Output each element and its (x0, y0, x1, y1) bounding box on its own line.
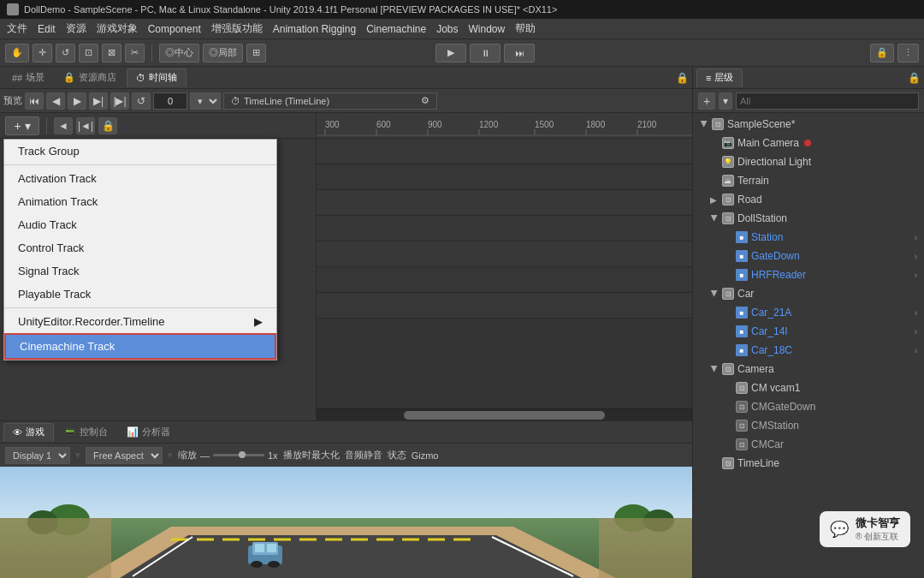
tree-camera-group[interactable]: ▶ ⊡ Camera (693, 360, 924, 378)
tab-hierarchy[interactable]: ≡ 层级 (696, 69, 743, 87)
gizmo-btn[interactable]: Gizmo (412, 450, 439, 461)
tl-start-btn[interactable]: ⏮ (25, 92, 44, 110)
expand-btn[interactable]: |◄| (76, 117, 95, 134)
menu-cinemachine[interactable]: Cinemachine (366, 23, 426, 35)
tree-car18c[interactable]: ■ Car_18C › (693, 341, 924, 360)
tl-end-btn[interactable]: |▶| (110, 92, 129, 110)
panel-lock-icon[interactable]: 🔒 (676, 72, 689, 84)
tree-timeline[interactable]: ⊡ TimeLine (693, 454, 924, 473)
tree-cmstation[interactable]: ⊡ CMStation (693, 416, 924, 435)
tree-directional-light[interactable]: 💡 Directional Light (693, 152, 924, 171)
maximize-btn[interactable]: 播放时最大化 (283, 449, 340, 462)
tool-scale[interactable]: ⊡ (79, 44, 98, 63)
add-track-button[interactable]: + ▾ (5, 116, 39, 135)
pivot-grid[interactable]: ⊞ (246, 44, 266, 63)
menu-jobs[interactable]: Jobs (436, 23, 458, 35)
step-button[interactable]: ⏭ (504, 44, 535, 63)
display-dropdown[interactable]: Display 1 (5, 447, 70, 464)
tree-hrfreader[interactable]: ■ HRFReader › (693, 265, 924, 284)
pivot-center[interactable]: ◎中心 (159, 44, 199, 63)
tool-rotate[interactable]: ↺ (56, 44, 75, 63)
tab-console[interactable]: 📟 控制台 (56, 423, 116, 442)
menu-cinemachine-track[interactable]: Cinemachine Track (4, 333, 276, 360)
terrain-label: Terrain (737, 175, 769, 187)
tree-cmcar[interactable]: ⊡ CMCar (693, 435, 924, 454)
pause-button[interactable]: ⏸ (470, 44, 500, 63)
zoom-slider-track[interactable] (213, 454, 264, 456)
play-button[interactable]: ▶ (435, 44, 466, 63)
menu-assets[interactable]: 资源 (66, 21, 86, 36)
menu-window[interactable]: Window (469, 23, 506, 35)
car18c-icon: ■ (736, 344, 748, 356)
mute-btn[interactable]: 音频静音 (345, 449, 382, 462)
menu-recorder-timeline[interactable]: UnityEditor.Recorder.Timeline ▶ (4, 310, 276, 333)
tl-loop-btn[interactable]: ↺ (132, 92, 151, 110)
account-button[interactable]: ⋮ (897, 44, 919, 63)
tree-station[interactable]: ■ Station › (693, 228, 924, 247)
menu-control-track[interactable]: Control Track (4, 236, 276, 259)
hierarchy-search-input[interactable] (736, 92, 919, 110)
add-hierarchy-btn[interactable]: + (698, 92, 715, 110)
lock-track-btn[interactable]: 🔒 (98, 117, 117, 134)
cmgatedown-label: CMGateDown (751, 401, 815, 413)
menu-signal-track[interactable]: Signal Track (4, 259, 276, 283)
timeline-settings-icon[interactable]: ⚙ (421, 95, 429, 106)
tree-cmvcam1[interactable]: ⊡ CM vcam1 (693, 378, 924, 397)
menu-track-group[interactable]: Track Group (4, 140, 276, 163)
tree-dollstation[interactable]: ▶ ⊡ DollStation (693, 209, 924, 228)
unity-logo-icon (7, 3, 19, 15)
tree-main-camera[interactable]: 📷 Main Camera (693, 134, 924, 152)
menu-activation-track[interactable]: Activation Track (4, 167, 276, 190)
menu-help[interactable]: 帮助 (515, 21, 536, 36)
tl-play-btn[interactable]: ▶ (68, 92, 86, 110)
tree-cmgatedown[interactable]: ⊡ CMGateDown (693, 397, 924, 416)
car14i-label: Car_14I (751, 325, 788, 337)
left-panel: ## 场景 🔒 资源商店 ⏱ 时间轴 🔒 预览 ⏮ ◀ ▶ ▶| |▶| ↺ (0, 67, 693, 578)
aspect-dropdown[interactable]: Free Aspect (86, 447, 163, 464)
watermark-sub-icon: ® (856, 532, 862, 541)
track-dropdown-menu: Track Group Activation Track Animation T… (3, 139, 277, 361)
tab-scene[interactable]: ## 场景 (3, 69, 53, 87)
menu-edit[interactable]: Edit (38, 23, 56, 35)
tree-gatedown[interactable]: ■ GateDown › (693, 247, 924, 265)
tree-terrain[interactable]: ⛰ Terrain (693, 171, 924, 190)
car14i-chevron: › (915, 327, 917, 337)
tool-rect[interactable]: ⊠ (102, 44, 121, 63)
track-right-row (317, 139, 692, 164)
tl-prev-btn[interactable]: ◀ (46, 92, 65, 110)
frame-rate-dropdown[interactable]: ▾ (190, 92, 221, 110)
tree-samplescene[interactable]: ▶ ⊡ SampleScene* (693, 115, 924, 134)
tab-game[interactable]: 👁 游戏 (3, 423, 54, 442)
tab-timeline[interactable]: ⏱ 时间轴 (127, 69, 187, 87)
pivot-local[interactable]: ◎局部 (203, 44, 243, 63)
tool-transform[interactable]: ✂ (125, 44, 145, 63)
tab-profiler[interactable]: 📊 分析器 (118, 423, 179, 442)
menu-animation-rigging[interactable]: Animation Rigging (273, 23, 356, 35)
tl-next-btn[interactable]: ▶| (89, 92, 108, 110)
menu-audio-track[interactable]: Audio Track (4, 213, 276, 236)
menu-gameobject[interactable]: 游戏对象 (97, 21, 138, 36)
menu-file[interactable]: 文件 (7, 21, 27, 36)
road-icon: ⊡ (722, 194, 734, 206)
tool-move[interactable]: ✛ (33, 44, 52, 63)
hierarchy-lock-icon[interactable]: 🔒 (908, 72, 921, 84)
timeline-scrollbar[interactable] (317, 408, 692, 420)
scrollbar-thumb[interactable] (404, 411, 605, 420)
tool-hand[interactable]: ✋ (5, 44, 29, 63)
menu-playable-track[interactable]: Playable Track (4, 283, 276, 306)
tree-road[interactable]: ▶ ⊡ Road (693, 190, 924, 209)
tab-asset-store[interactable]: 🔒 资源商店 (55, 69, 125, 87)
collapse-btn[interactable]: ◄ (54, 117, 73, 134)
collab-button[interactable]: 🔒 (870, 44, 894, 63)
menu-animation-track[interactable]: Animation Track (4, 190, 276, 213)
tree-car14i[interactable]: ■ Car_14I › (693, 322, 924, 341)
tree-car[interactable]: ▶ ⊡ Car (693, 284, 924, 303)
hierarchy-filter-btn[interactable]: ▾ (719, 92, 732, 110)
tree-car21a[interactable]: ■ Car_21A › (693, 303, 924, 322)
zoom-slider-thumb[interactable] (239, 451, 246, 458)
timeline-tab-label: 时间轴 (149, 71, 177, 84)
menu-enhance[interactable]: 增强版功能 (211, 21, 263, 36)
menu-component[interactable]: Component (148, 23, 201, 35)
frame-input[interactable] (153, 92, 187, 110)
stats-btn[interactable]: 状态 (388, 449, 406, 462)
